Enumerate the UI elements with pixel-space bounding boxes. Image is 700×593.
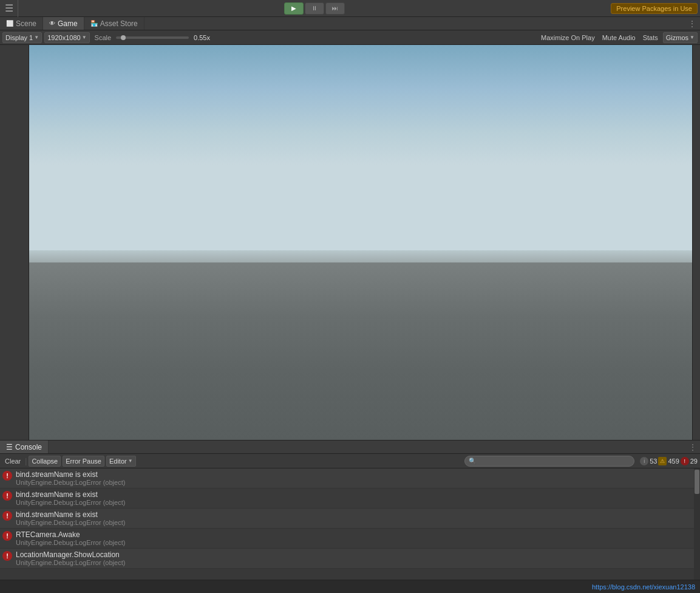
scale-thumb <box>121 35 126 40</box>
display-label: Display 1 <box>5 34 33 41</box>
console-scrollbar[interactable] <box>694 468 700 580</box>
log-main-text: LocationManager.ShowLocation <box>16 550 692 559</box>
playmode-controls: ▶ ⏸ ⏭ <box>18 2 611 15</box>
display-dropdown-arrow-icon: ▼ <box>34 35 39 40</box>
info-count: 53 <box>650 458 657 465</box>
info-badge[interactable]: i 53 <box>640 457 657 465</box>
console-search[interactable]: 🔍 <box>464 456 634 467</box>
warn-icon: ⚠ <box>658 457 667 465</box>
tab-asset-store[interactable]: 🏪 Asset Store <box>84 17 144 30</box>
error-badge[interactable]: ! 29 <box>681 457 698 465</box>
console-log-area: !bind.streamName is existUnityEngine.Deb… <box>0 468 700 580</box>
gizmos-label: Gizmos <box>666 34 688 41</box>
error-entry-icon: ! <box>2 511 12 521</box>
console-section: ☰ Console ⋮ Clear | Collapse Error Pause… <box>0 440 700 580</box>
mute-audio-button[interactable]: Mute Audio <box>600 33 638 42</box>
resolution-label: 1920x1080 <box>47 34 80 41</box>
display-dropdown[interactable]: Display 1 ▼ <box>2 32 42 43</box>
collapse-button[interactable]: Collapse <box>29 456 61 467</box>
scene-tab-label: Scene <box>16 19 36 28</box>
game-tab-icon: 👁 <box>49 20 55 27</box>
editor-label: Editor <box>109 458 127 465</box>
status-bar: https://blog.csdn.net/xiexuan12138 <box>0 580 700 593</box>
toolbar-right: Preview Packages in Use <box>611 3 700 14</box>
play-button[interactable]: ▶ <box>284 2 304 15</box>
maximize-on-play-button[interactable]: Maximize On Play <box>539 33 597 42</box>
info-icon: i <box>640 457 648 465</box>
log-sub-text: UnityEngine.Debug:LogError (object) <box>16 519 692 526</box>
log-main-text: RTECamera.Awake <box>16 530 692 539</box>
scale-label: Scale <box>95 34 112 41</box>
gizmos-dropdown-arrow-icon: ▼ <box>690 35 695 40</box>
log-entry[interactable]: !bind.streamName is existUnityEngine.Deb… <box>0 468 694 488</box>
scale-slider[interactable] <box>116 36 189 39</box>
error-entry-icon: ! <box>2 471 12 481</box>
search-input[interactable] <box>476 458 630 465</box>
pause-button[interactable]: ⏸ <box>305 2 324 15</box>
collapse-label: Collapse <box>32 458 58 465</box>
warn-badge[interactable]: ⚠ 459 <box>658 457 679 465</box>
log-sub-text: UnityEngine.Debug:LogError (object) <box>16 559 692 566</box>
ground-plane <box>29 262 692 440</box>
stats-button[interactable]: Stats <box>641 33 661 42</box>
gizmos-dropdown[interactable]: Gizmos ▼ <box>663 32 698 43</box>
log-sub-text: UnityEngine.Debug:LogError (object) <box>16 539 692 546</box>
log-entry[interactable]: !RTECamera.AwakeUnityEngine.Debug:LogErr… <box>0 529 694 549</box>
sky-background <box>29 45 692 262</box>
editor-dropdown[interactable]: Editor ▼ <box>106 456 136 467</box>
step-button[interactable]: ⏭ <box>325 2 345 15</box>
error-pause-label: Error Pause <box>66 458 101 465</box>
main-area <box>0 45 700 440</box>
error-icon: ! <box>681 457 689 465</box>
editor-tab-bar: ⬜ Scene 👁 Game 🏪 Asset Store ⋮ <box>0 17 700 30</box>
scroll-thumb <box>695 470 699 494</box>
tab-more-button[interactable]: ⋮ <box>684 17 700 30</box>
log-text: LocationManager.ShowLocationUnityEngine.… <box>16 550 692 566</box>
log-text: bind.streamName is existUnityEngine.Debu… <box>16 470 692 486</box>
log-sub-text: UnityEngine.Debug:LogError (object) <box>16 499 692 506</box>
error-entry-icon: ! <box>2 551 12 561</box>
clear-button[interactable]: Clear <box>2 457 23 465</box>
console-tab[interactable]: ☰ Console <box>0 440 49 453</box>
console-log[interactable]: !bind.streamName is existUnityEngine.Deb… <box>0 468 694 580</box>
log-text: RTECamera.AwakeUnityEngine.Debug:LogErro… <box>16 530 692 546</box>
warn-count: 459 <box>668 458 679 465</box>
tab-game[interactable]: 👁 Game <box>43 17 84 30</box>
resolution-dropdown[interactable]: 1920x1080 ▼ <box>44 32 89 43</box>
console-toolbar: Clear | Collapse Error Pause Editor ▼ 🔍 … <box>0 454 700 468</box>
unity-logo-icon[interactable]: ☰ <box>0 0 18 17</box>
right-panel <box>692 45 700 440</box>
log-entry[interactable]: !LocationManager.ShowLocationUnityEngine… <box>0 549 694 569</box>
editor-dropdown-arrow-icon: ▼ <box>128 458 133 464</box>
error-count: 29 <box>690 458 698 465</box>
game-toolbar: Display 1 ▼ 1920x1080 ▼ Scale 0.55x Maxi… <box>0 30 700 45</box>
console-tab-icon: ☰ <box>6 443 13 451</box>
scale-value: 0.55x <box>194 34 210 41</box>
error-entry-icon: ! <box>2 491 12 501</box>
error-entry-icon: ! <box>2 531 12 541</box>
console-tab-bar: ☰ Console ⋮ <box>0 440 700 454</box>
asset-store-tab-label: Asset Store <box>100 19 138 28</box>
log-badge-group: i 53 ⚠ 459 ! 29 <box>640 457 698 465</box>
game-tab-label: Game <box>58 19 78 28</box>
log-main-text: bind.streamName is exist <box>16 470 692 479</box>
game-viewport <box>29 45 692 440</box>
preview-packages-button[interactable]: Preview Packages in Use <box>611 3 698 14</box>
log-entry[interactable]: !bind.streamName is existUnityEngine.Deb… <box>0 488 694 509</box>
log-text: bind.streamName is existUnityEngine.Debu… <box>16 510 692 526</box>
console-tab-label: Console <box>15 443 42 451</box>
asset-store-tab-icon: 🏪 <box>90 20 98 27</box>
log-text: bind.streamName is existUnityEngine.Debu… <box>16 490 692 506</box>
log-sub-text: UnityEngine.Debug:LogError (object) <box>16 479 692 486</box>
status-url: https://blog.csdn.net/xiexuan12138 <box>592 583 695 591</box>
top-toolbar: ☰ ▶ ⏸ ⏭ Preview Packages in Use <box>0 0 700 17</box>
console-more-button[interactable]: ⋮ <box>685 443 700 451</box>
scene-tab-icon: ⬜ <box>6 20 13 27</box>
left-panel <box>0 45 29 440</box>
log-entry[interactable]: !bind.streamName is existUnityEngine.Deb… <box>0 509 694 529</box>
game-toolbar-right: Maximize On Play Mute Audio Stats Gizmos… <box>539 32 698 43</box>
log-main-text: bind.streamName is exist <box>16 510 692 519</box>
tab-scene[interactable]: ⬜ Scene <box>0 17 43 30</box>
clear-label: Clear <box>5 458 21 465</box>
error-pause-button[interactable]: Error Pause <box>63 456 104 467</box>
